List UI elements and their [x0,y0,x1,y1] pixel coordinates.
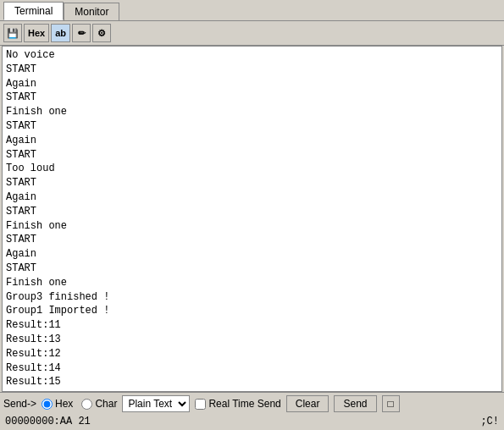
hex-button[interactable]: Hex [24,24,49,42]
char-radio-item[interactable]: Char [81,398,117,410]
status-right: ;C! [480,416,499,427]
realtime-label: Real Time Send [208,398,280,410]
radio-group: Hex Char [42,398,117,410]
hex-radio-label: Hex [55,398,73,410]
char-radio[interactable] [81,399,92,410]
hex-radio[interactable] [42,399,53,410]
terminal-line: Result:11 [6,318,498,333]
send-row: Send-> Hex Char Plain Text Real Time Sen… [3,395,501,412]
clear-button[interactable]: Clear [286,395,330,412]
terminal-line: Result:13 [6,333,498,347]
hex-radio-item[interactable]: Hex [42,398,73,410]
terminal-line: Finish one [6,105,498,119]
terminal-line: START [6,233,498,247]
terminal-line: Group1 Imported ! [6,304,498,318]
terminal-line: Finish one [6,219,498,234]
terminal-line: Too loud [6,162,498,176]
terminal-line: Result:12 [6,347,498,361]
terminal-line: START [6,119,498,134]
ab-label: ab [55,28,66,38]
terminal-line: START [6,91,498,105]
hex-label: Hex [28,28,45,38]
send-label: Send-> [3,398,36,410]
ab-button[interactable]: ab [51,24,70,42]
realtime-checkbox-item[interactable]: Real Time Send [195,398,280,410]
edit-button[interactable]: ✏ [72,24,91,42]
save-button[interactable]: 💾 [3,24,22,42]
terminal-line: Result:15 [6,375,498,389]
bottom-area: Send-> Hex Char Plain Text Real Time Sen… [0,392,504,430]
terminal-line: START [6,176,498,190]
char-radio-label: Char [95,398,117,410]
terminal-line: Again [6,247,498,262]
terminal-line: Group3 finished ! [6,290,498,305]
tab-terminal[interactable]: Terminal [3,2,64,20]
terminal-line: START [6,205,498,219]
save-icon: 💾 [7,28,19,39]
status-row: 00000000:AA 21 ;C! [3,414,501,427]
terminal-line: Again [6,77,498,91]
terminal-line: Again [6,190,498,205]
tab-monitor[interactable]: Monitor [64,3,119,20]
more-button[interactable]: □ [382,395,400,412]
terminal-output: No voiceSTARTAgainSTARTFinish oneSTARTAg… [2,46,502,392]
settings-icon: ⚙ [97,28,106,39]
status-left: 00000000:AA 21 [5,416,91,427]
main-window: Terminal Monitor 💾 Hex ab ✏ ⚙ No voiceST… [0,0,504,430]
dropdown-wrap: Plain Text [122,395,190,412]
terminal-line: START [6,63,498,77]
plain-text-dropdown[interactable]: Plain Text [122,395,190,412]
edit-icon: ✏ [78,28,86,39]
terminal-line: Finish one [6,276,498,290]
tab-bar: Terminal Monitor [0,0,504,20]
terminal-line: Result:14 [6,361,498,376]
tab-border [0,20,504,21]
terminal-line: Again [6,134,498,148]
realtime-checkbox[interactable] [195,399,206,410]
toolbar: 💾 Hex ab ✏ ⚙ [0,21,504,46]
settings-button[interactable]: ⚙ [92,24,111,42]
terminal-line: No voice [6,48,498,63]
terminal-line: START [6,148,498,163]
terminal-line: START [6,262,498,276]
send-button[interactable]: Send [334,395,376,412]
